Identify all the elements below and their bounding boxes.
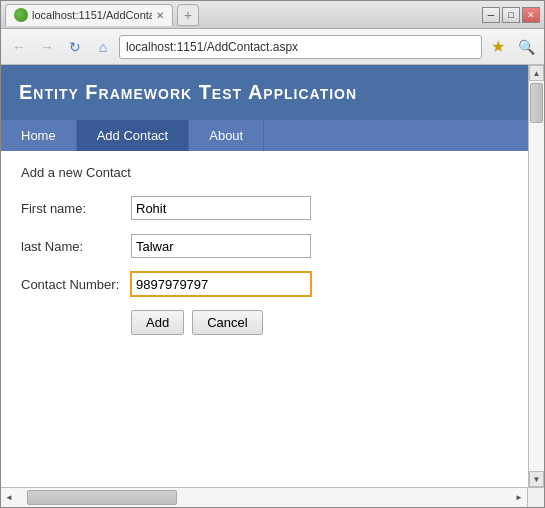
status-corner — [528, 488, 544, 507]
minimize-button[interactable]: ─ — [482, 7, 500, 23]
status-bar: ◄ ► — [1, 487, 544, 507]
toolbar: ← → ↻ ⌂ localhost:1151/AddContact.aspx ★… — [1, 29, 544, 65]
scroll-up-arrow[interactable]: ▲ — [529, 65, 544, 81]
browser-tab[interactable]: localhost:1151/AddContact... ✕ — [5, 4, 173, 26]
nav-bar: Home Add Contact About — [1, 120, 528, 151]
search-button[interactable]: 🔍 — [514, 35, 538, 59]
scrollbar-horizontal[interactable]: ◄ ► — [1, 488, 528, 507]
scrollbar-vertical[interactable]: ▲ ▼ — [528, 65, 544, 487]
page-content: Entity Framework Test Application Home A… — [1, 65, 528, 487]
form-subtitle: Add a new Contact — [21, 165, 508, 180]
last-name-row: last Name: — [21, 234, 508, 258]
add-button[interactable]: Add — [131, 310, 184, 335]
forward-button[interactable]: → — [35, 35, 59, 59]
tab-close-icon[interactable]: ✕ — [156, 10, 164, 21]
page-area: Entity Framework Test Application Home A… — [1, 65, 544, 487]
first-name-label: First name: — [21, 201, 131, 216]
title-bar: localhost:1151/AddContact... ✕ + ─ □ ✕ — [1, 1, 544, 29]
contact-number-label: Contact Number: — [21, 277, 131, 292]
refresh-button[interactable]: ↻ — [63, 35, 87, 59]
browser-window: localhost:1151/AddContact... ✕ + ─ □ ✕ ←… — [0, 0, 545, 508]
nav-item-add-contact[interactable]: Add Contact — [77, 120, 190, 151]
scroll-right-arrow[interactable]: ► — [511, 488, 527, 507]
contact-number-row: Contact Number: — [21, 272, 508, 296]
app-header: Entity Framework Test Application — [1, 65, 528, 120]
tab-favicon — [14, 8, 28, 22]
scroll-left-arrow[interactable]: ◄ — [1, 488, 17, 507]
new-tab-button[interactable]: + — [177, 4, 199, 26]
scroll-thumb-horizontal[interactable] — [27, 490, 177, 505]
home-button[interactable]: ⌂ — [91, 35, 115, 59]
nav-item-home[interactable]: Home — [1, 120, 77, 151]
bookmark-button[interactable]: ★ — [486, 35, 510, 59]
contact-number-input[interactable] — [131, 272, 311, 296]
close-button[interactable]: ✕ — [522, 7, 540, 23]
app-title: Entity Framework Test Application — [19, 81, 510, 104]
first-name-row: First name: — [21, 196, 508, 220]
last-name-label: last Name: — [21, 239, 131, 254]
form-container: Add a new Contact First name: last Name:… — [1, 151, 528, 349]
scroll-track-horizontal[interactable] — [17, 488, 511, 507]
address-text: localhost:1151/AddContact.aspx — [126, 40, 298, 54]
back-button[interactable]: ← — [7, 35, 31, 59]
maximize-button[interactable]: □ — [502, 7, 520, 23]
button-row: Add Cancel — [131, 310, 508, 335]
first-name-input[interactable] — [131, 196, 311, 220]
scroll-track-vertical[interactable] — [529, 81, 544, 471]
scroll-down-arrow[interactable]: ▼ — [529, 471, 544, 487]
last-name-input[interactable] — [131, 234, 311, 258]
window-controls: ─ □ ✕ — [482, 7, 540, 23]
tab-title: localhost:1151/AddContact... — [32, 9, 152, 21]
cancel-button[interactable]: Cancel — [192, 310, 262, 335]
nav-item-about[interactable]: About — [189, 120, 264, 151]
scroll-thumb-vertical[interactable] — [530, 83, 543, 123]
address-bar[interactable]: localhost:1151/AddContact.aspx — [119, 35, 482, 59]
title-bar-left: localhost:1151/AddContact... ✕ + — [5, 4, 199, 26]
